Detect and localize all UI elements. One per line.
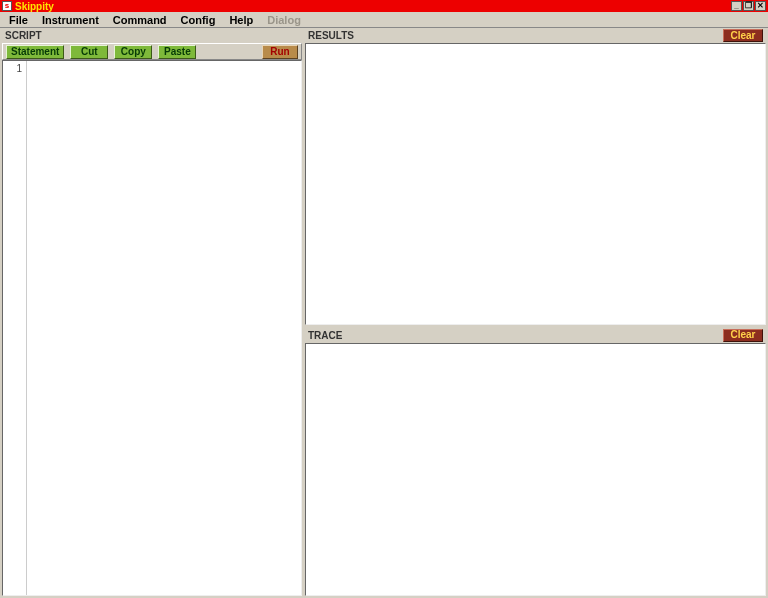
menu-instrument[interactable]: Instrument <box>35 13 106 27</box>
line-number: 1 <box>3 63 22 74</box>
paste-button[interactable]: Paste <box>158 45 196 59</box>
statement-button[interactable]: Statement <box>6 45 64 59</box>
title-bar: s Skippity _ ❐ ✕ <box>0 0 768 12</box>
results-panel: RESULTS Clear <box>305 28 766 325</box>
menu-command[interactable]: Command <box>106 13 174 27</box>
window-title: Skippity <box>15 1 54 12</box>
results-header: RESULTS Clear <box>305 28 766 43</box>
results-title: RESULTS <box>308 30 354 41</box>
trace-title: TRACE <box>308 330 342 341</box>
script-editor[interactable] <box>27 61 301 595</box>
close-button[interactable]: ✕ <box>755 1 766 11</box>
menu-config[interactable]: Config <box>174 13 223 27</box>
copy-button[interactable]: Copy <box>114 45 152 59</box>
results-clear-button[interactable]: Clear <box>723 29 763 42</box>
menu-dialog: Dialog <box>260 13 308 27</box>
menu-file[interactable]: File <box>2 13 35 27</box>
main-area: SCRIPT Statement Cut Copy Paste Run 1 RE… <box>0 28 768 598</box>
script-header: SCRIPT <box>2 28 302 43</box>
app-icon: s <box>2 1 12 11</box>
menu-help[interactable]: Help <box>222 13 260 27</box>
trace-header: TRACE Clear <box>305 328 766 343</box>
trace-output[interactable] <box>305 343 766 596</box>
menu-bar: File Instrument Command Config Help Dial… <box>0 12 768 28</box>
script-panel: SCRIPT Statement Cut Copy Paste Run 1 <box>2 28 302 596</box>
trace-clear-button[interactable]: Clear <box>723 329 763 342</box>
line-number-gutter: 1 <box>3 61 27 595</box>
trace-panel: TRACE Clear <box>305 328 766 596</box>
script-toolbar: Statement Cut Copy Paste Run <box>2 43 302 60</box>
cut-button[interactable]: Cut <box>70 45 108 59</box>
minimize-button[interactable]: _ <box>731 1 742 11</box>
right-column: RESULTS Clear TRACE Clear <box>305 28 766 596</box>
run-button[interactable]: Run <box>262 45 298 59</box>
results-output[interactable] <box>305 43 766 325</box>
script-editor-wrap: 1 <box>2 60 302 596</box>
maximize-button[interactable]: ❐ <box>743 1 754 11</box>
script-title: SCRIPT <box>5 30 42 41</box>
